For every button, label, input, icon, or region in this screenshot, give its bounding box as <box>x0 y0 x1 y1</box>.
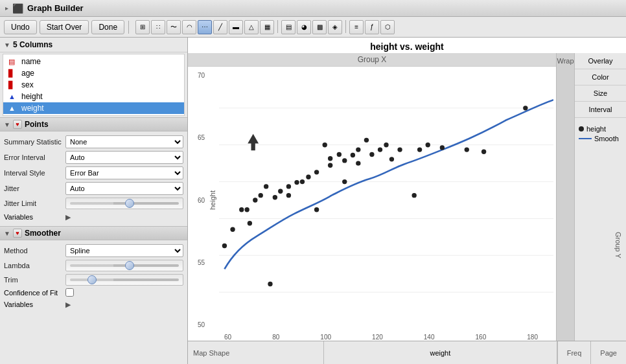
jitter-limit-label: Jitter Limit <box>4 199 65 207</box>
jitter-label: Jitter <box>4 185 65 192</box>
jitter-control[interactable]: Auto None All <box>65 182 183 195</box>
start-over-button[interactable]: Start Over <box>40 20 89 34</box>
scatter-point <box>342 158 347 163</box>
chart-icon-bar[interactable]: ▬ <box>229 20 243 34</box>
summary-statistic-select[interactable]: None Mean Median <box>65 135 183 148</box>
scatter-point <box>278 189 283 194</box>
scatter-point <box>389 157 394 161</box>
method-select[interactable]: Spline Linear Polynomial <box>65 244 183 257</box>
legend-item-smooth: Smooth <box>579 135 622 142</box>
x-tick-80: 80 <box>272 334 279 341</box>
chart-icon-line[interactable]: ╱ <box>213 20 227 34</box>
columns-collapse-arrow[interactable]: ▼ <box>4 41 10 49</box>
x-tick-120: 120 <box>372 334 383 341</box>
column-item-sex[interactable]: ▊ sex <box>3 79 184 91</box>
column-item-name[interactable]: ▤ name <box>3 56 184 67</box>
undo-button[interactable]: Undo <box>4 20 37 34</box>
title-bar: ▸ ⬛ Graph Builder <box>0 0 626 17</box>
trim-control[interactable] <box>65 274 183 286</box>
scatter-point <box>286 184 291 188</box>
chart-icon-box[interactable]: ▦ <box>260 20 274 34</box>
y-tick-50: 50 <box>198 321 205 328</box>
interval-button[interactable]: Interval <box>575 102 626 118</box>
trim-thumb[interactable] <box>87 275 97 284</box>
column-icon-sex: ▊ <box>8 81 17 89</box>
column-icon-height: ▲ <box>8 93 17 100</box>
jitter-select[interactable]: Auto None All <box>65 182 183 195</box>
columns-header: ▼ 5 Columns <box>0 38 187 52</box>
jitter-limit-control[interactable] <box>65 198 183 209</box>
smoother-toggle[interactable]: ♥ <box>13 229 22 238</box>
scatter-point <box>337 152 342 157</box>
confidence-checkbox[interactable] <box>65 288 74 297</box>
jitter-limit-thumb[interactable] <box>125 199 134 208</box>
scatter-point <box>306 175 310 179</box>
lambda-label: Lambda <box>4 262 65 269</box>
chart-container: Group X 70 65 60 55 50 height <box>188 53 556 341</box>
bottom-map-shape: Map Shape <box>188 341 324 364</box>
chart-main-row: Group X 70 65 60 55 50 height <box>188 53 626 341</box>
columns-count-label: 5 Columns <box>13 40 52 49</box>
legend-line <box>579 138 592 139</box>
error-interval-control[interactable]: Auto None <box>65 151 183 164</box>
interval-style-control[interactable]: Error Bar Shaded <box>65 166 183 179</box>
scatter-point <box>342 179 347 184</box>
title-expand-arrow[interactable]: ▸ <box>5 5 8 12</box>
chart-icon-pie[interactable]: ◕ <box>297 20 311 34</box>
done-button[interactable]: Done <box>91 20 124 34</box>
x-tick-180: 180 <box>527 334 538 341</box>
chart-icon-area[interactable]: △ <box>244 20 259 34</box>
group-x-header: Group X <box>188 53 556 67</box>
scatter-point <box>440 145 445 150</box>
columns-list: ▤ name ▊ age ▊ sex ▲ height ▲ weight <box>3 54 185 116</box>
lambda-control[interactable] <box>65 260 183 271</box>
chart-icon-map[interactable]: ◈ <box>328 20 342 34</box>
smoother-variables-arrow[interactable]: ▶ <box>65 301 71 309</box>
y-tick-55: 55 <box>198 259 205 266</box>
trim-track <box>70 279 179 281</box>
y-tick-65: 65 <box>198 134 205 141</box>
scatter-point <box>351 153 355 157</box>
lambda-row: Lambda <box>0 258 187 273</box>
column-item-age[interactable]: ▊ age <box>3 67 184 79</box>
points-variables-arrow[interactable]: ▶ <box>65 213 71 222</box>
scatter-point <box>323 142 327 147</box>
scatter-point <box>356 161 360 165</box>
chart-icon-hist[interactable]: ▤ <box>281 20 296 34</box>
chart-icon-table[interactable]: ≡ <box>349 20 364 34</box>
scatter-point <box>378 147 382 152</box>
size-button[interactable]: Size <box>575 85 626 102</box>
page-button[interactable]: Page <box>590 341 626 365</box>
chart-icon-heat[interactable]: ▩ <box>312 20 327 34</box>
method-control[interactable]: Spline Linear Polynomial <box>65 244 183 257</box>
overlay-button[interactable]: Overlay <box>575 53 626 69</box>
summary-statistic-control[interactable]: None Mean Median <box>65 135 183 148</box>
chart-icon-grid[interactable]: ⊞ <box>135 20 150 34</box>
scatter-point <box>412 193 416 198</box>
column-item-weight[interactable]: ▲ weight <box>3 102 184 114</box>
interval-style-select[interactable]: Error Bar Shaded <box>65 166 183 179</box>
freq-button[interactable]: Freq <box>557 341 591 365</box>
points-toggle[interactable]: ♥ <box>13 120 22 129</box>
error-interval-select[interactable]: Auto None <box>65 151 183 164</box>
color-button[interactable]: Color <box>575 69 626 85</box>
scatter-point <box>268 282 272 286</box>
chart-icon-func[interactable]: ƒ <box>365 20 379 34</box>
scatter-point <box>314 207 319 212</box>
chart-plot-area[interactable] <box>219 67 556 334</box>
chart-icon-curve[interactable]: ◠ <box>182 20 196 34</box>
legend-item-height: height <box>579 125 622 133</box>
scatter-point <box>397 147 402 152</box>
chart-icon-geo[interactable]: ⬡ <box>380 20 395 34</box>
scatter-point <box>253 198 257 202</box>
chart-icon-dots[interactable]: ∷ <box>151 20 165 34</box>
chart-icon-scatter[interactable]: ⋯ <box>198 20 212 34</box>
points-section-header[interactable]: ▼ ♥ Points <box>0 117 187 131</box>
lambda-thumb[interactable] <box>125 261 134 270</box>
scatter-point <box>369 152 374 157</box>
column-item-height[interactable]: ▲ height <box>3 91 184 102</box>
chart-icon-line2[interactable]: 〜 <box>167 20 181 34</box>
jitter-row: Jitter Auto None All <box>0 181 187 196</box>
confidence-row: Confidence of Fit <box>0 287 187 298</box>
smoother-section-header[interactable]: ▼ ♥ Smoother <box>0 226 187 240</box>
